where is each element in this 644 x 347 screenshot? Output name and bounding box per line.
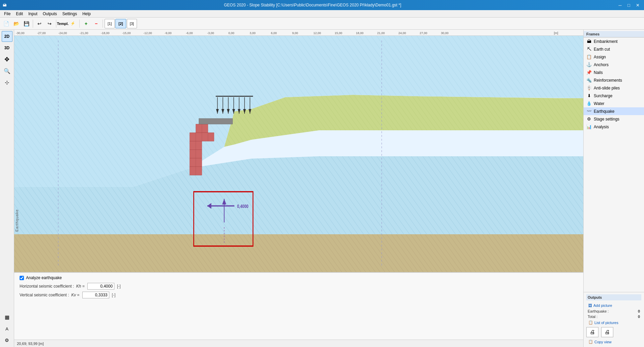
svg-text:-30,00: -30,00 (16, 31, 25, 35)
svg-text:[m]: [m] (554, 31, 558, 35)
anti-slide-piles-label: Anti-slide piles (594, 86, 620, 90)
copy-view-icon: 📋 (588, 340, 593, 344)
statusbar: 20,69; 93,99 [m] (14, 340, 583, 347)
main-layout: 2D 3D ✥ 🔍 ⊹ ▦ A ⚙ -30,00 -27,00 -24,00 -… (0, 30, 644, 347)
left-toolbar: 2D 3D ✥ 🔍 ⊹ ▦ A ⚙ (0, 30, 14, 347)
sidebar-item-water[interactable]: 💧 Water (584, 100, 644, 107)
svg-text:12,00: 12,00 (313, 31, 321, 35)
svg-text:3,00: 3,00 (250, 31, 256, 35)
settings-button[interactable]: ⚙ (2, 335, 12, 346)
add-picture-label: Add picture (593, 303, 612, 308)
svg-rect-39 (190, 150, 196, 158)
menubar: File Edit Input Outputs Settings Help (0, 10, 644, 18)
menu-input[interactable]: Input (26, 11, 40, 17)
sidebar-item-anchors[interactable]: ⚓ Anchors (584, 61, 644, 69)
outputs-header: Outputs (586, 294, 641, 300)
content-area: -30,00 -27,00 -24,00 -21,00 -18,00 -15,0… (14, 30, 583, 347)
earthquake-label: Earthquake (594, 109, 614, 114)
sidebar-item-surcharge[interactable]: ⬇ Surcharge (584, 92, 644, 100)
print-preview-button[interactable]: 🖨 (601, 327, 613, 337)
svg-rect-48 (208, 133, 214, 141)
v-seismic-row: Vertical seismic coefficient : Kv = [-] (20, 292, 578, 298)
copy-view-label: Copy view (594, 340, 612, 344)
analyze-earthquake-checkbox[interactable] (20, 276, 24, 280)
stage-add-button[interactable]: + (81, 19, 91, 28)
svg-text:24,00: 24,00 (398, 31, 406, 35)
sidebar-item-reinforcements[interactable]: 🔩 Reinforcements (584, 76, 644, 84)
3d-view-button[interactable]: 3D (2, 43, 12, 53)
close-button[interactable]: ✕ (634, 2, 641, 8)
move-button[interactable]: ✥ (2, 54, 12, 65)
frames-header: Frames (584, 31, 644, 37)
nails-label: Nails (594, 70, 603, 75)
svg-text:6,00: 6,00 (271, 31, 277, 35)
svg-text:-24,00: -24,00 (58, 31, 67, 35)
minimize-button[interactable]: ─ (616, 2, 624, 8)
menu-file[interactable]: File (1, 11, 13, 17)
menu-help[interactable]: Help (80, 11, 93, 17)
copy-view-button[interactable]: 📋 Copy view (586, 339, 641, 345)
add-picture-button[interactable]: 🖼 Add picture (586, 302, 641, 309)
stage-remove-button[interactable]: − (91, 19, 101, 28)
nails-icon: 📌 (586, 70, 592, 75)
bottom-panel: Analyze earthquake Horizontal seismic co… (14, 272, 583, 340)
select-button[interactable]: ⊹ (2, 77, 12, 88)
reinforcements-icon: 🔩 (586, 78, 592, 83)
svg-text:15,00: 15,00 (335, 31, 342, 35)
redo-button[interactable]: ↪ (45, 19, 54, 28)
text-button[interactable]: A (2, 323, 12, 334)
undo-button[interactable]: ↩ (35, 19, 44, 28)
menu-settings[interactable]: Settings (60, 11, 80, 17)
menu-outputs[interactable]: Outputs (40, 11, 60, 17)
save-button[interactable]: 💾 (22, 19, 31, 28)
app-icon: 🏔 (3, 3, 7, 7)
drawing-canvas[interactable]: 0,4000 Earthquake (14, 36, 583, 272)
sidebar-item-earth-cut[interactable]: ⛏ Earth cut (584, 45, 644, 53)
sidebar-item-embankment[interactable]: 🏔 Embankment (584, 37, 644, 45)
print-button[interactable]: 🖨 (586, 327, 598, 337)
wizard-button[interactable]: ⚡ (68, 19, 78, 28)
analyze-earthquake-label[interactable]: Analyze earthquake (26, 275, 62, 280)
2d-view-button[interactable]: 2D (2, 31, 12, 42)
reinforcements-label: Reinforcements (594, 78, 622, 83)
window-title: GEOS 2020 - Slope Stability [C:\Users\Pu… (9, 3, 616, 7)
sidebar-item-assign[interactable]: 📋 Assign (584, 53, 644, 61)
svg-text:30,00: 30,00 (441, 31, 449, 35)
earth-cut-icon: ⛏ (586, 47, 592, 52)
svg-text:-6,00: -6,00 (186, 31, 193, 35)
anchors-icon: ⚓ (586, 62, 592, 67)
coordinates-display: 20,69; 93,99 [m] (17, 342, 44, 346)
canvas-wrapper[interactable]: -30,00 -27,00 -24,00 -21,00 -18,00 -15,0… (14, 30, 583, 272)
h-seismic-unit: [-] (117, 284, 121, 289)
sidebar-item-analysis[interactable]: 📊 Analysis (584, 123, 644, 131)
earthquake-output-label: Earthquake : (588, 309, 609, 313)
earthquake-icon: 〰 (586, 109, 592, 114)
stage-3-button[interactable]: [3] (127, 19, 137, 28)
sidebar-item-stage-settings[interactable]: ⚙ Stage settings (584, 115, 644, 123)
h-seismic-input[interactable] (87, 283, 114, 290)
sidebar-item-nails[interactable]: 📌 Nails (584, 69, 644, 76)
svg-text:21,00: 21,00 (377, 31, 385, 35)
right-panel: Frames 🏔 Embankment ⛏ Earth cut 📋 Assign… (583, 30, 644, 347)
list-pictures-button[interactable]: 📋 List of pictures (586, 319, 641, 326)
table-button[interactable]: ▦ (2, 312, 12, 323)
svg-rect-49 (199, 118, 232, 124)
open-button[interactable]: 📂 (11, 19, 21, 28)
new-button[interactable]: 📄 (1, 19, 11, 28)
total-output-label: Total : (588, 315, 597, 319)
stage-2-button[interactable]: [2] (115, 19, 126, 28)
stage-1-button[interactable]: [1] (105, 19, 115, 28)
zoom-button[interactable]: 🔍 (2, 65, 12, 76)
maximize-button[interactable]: □ (625, 2, 633, 8)
svg-rect-44 (196, 167, 202, 175)
sidebar-item-earthquake[interactable]: 〰 Earthquake (584, 107, 644, 115)
total-output-row: Total : 0 (586, 314, 641, 319)
analysis-icon: 📊 (586, 124, 592, 129)
v-seismic-input[interactable] (82, 292, 109, 298)
h-seismic-label: Horizontal seismic coefficient : Kh = (20, 284, 85, 289)
menu-edit[interactable]: Edit (13, 11, 26, 17)
sidebar-item-anti-slide-piles[interactable]: 🪧 Anti-slide piles (584, 84, 644, 92)
svg-text:9,00: 9,00 (292, 31, 298, 35)
template-button[interactable]: Templ. (58, 19, 67, 28)
svg-text:0,4000: 0,4000 (237, 203, 249, 209)
